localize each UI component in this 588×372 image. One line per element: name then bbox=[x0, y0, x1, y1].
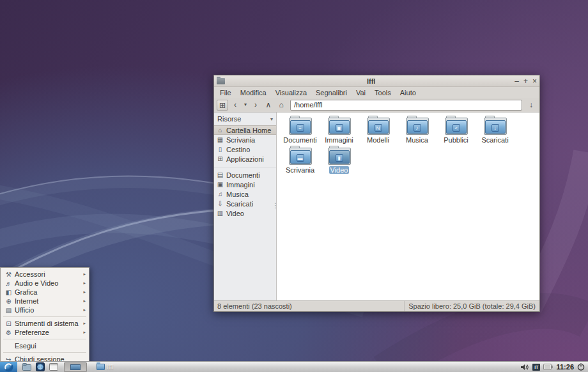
menu-modifica[interactable]: Modifica bbox=[236, 88, 271, 97]
window-icon bbox=[49, 363, 58, 371]
close-button[interactable]: × bbox=[532, 77, 537, 85]
menu-item-internet[interactable]: ⊕ Internet ▸ bbox=[1, 297, 88, 306]
downloads-icon: ⇩ bbox=[216, 200, 224, 207]
menu-item-ufficio[interactable]: ▤ Ufficio ▸ bbox=[1, 306, 88, 314]
menu-item-preferenze[interactable]: ⚙ Preferenze ▸ bbox=[1, 328, 88, 337]
file-documenti[interactable]: ≡ Documenti bbox=[281, 116, 320, 144]
menu-visualizza[interactable]: Visualizza bbox=[271, 88, 311, 97]
history-dropdown-icon[interactable]: ▾ bbox=[242, 100, 249, 111]
file-musica[interactable]: ♪ Musica bbox=[398, 116, 437, 144]
path-input[interactable]: /home/lffl bbox=[290, 100, 522, 111]
file-pubblici[interactable]: < Pubblici bbox=[437, 116, 476, 144]
menu-separator bbox=[3, 352, 86, 353]
desktop-pager[interactable] bbox=[64, 362, 87, 372]
pictures-icon: ▣ bbox=[216, 181, 224, 188]
back-button[interactable]: ‹ bbox=[229, 100, 241, 111]
window-launcher[interactable] bbox=[48, 362, 59, 372]
menu-file[interactable]: File bbox=[215, 88, 236, 97]
documents-icon: ▤ bbox=[216, 171, 224, 178]
download-emblem-icon: ↓ bbox=[491, 124, 499, 132]
menu-aiuto[interactable]: Aiuto bbox=[396, 88, 421, 97]
chevron-down-icon: ▾ bbox=[270, 116, 273, 122]
minimize-button[interactable]: – bbox=[514, 77, 519, 85]
picture-emblem-icon: ▣ bbox=[336, 124, 343, 132]
menu-item-accessori[interactable]: ⚒ Accessori ▸ bbox=[1, 270, 88, 279]
keyboard-layout-indicator[interactable]: IT bbox=[532, 364, 540, 371]
submenu-arrow-icon: ▸ bbox=[83, 307, 86, 313]
applications-icon: ⊞ bbox=[216, 155, 224, 162]
file-manager-launcher[interactable] bbox=[21, 362, 32, 372]
file-label: Modelli bbox=[366, 136, 391, 144]
file-video-selected[interactable]: ▮ Video bbox=[320, 146, 359, 174]
new-tab-button[interactable]: ⊞ bbox=[217, 100, 228, 111]
sidebar-item-label: Immagini bbox=[226, 181, 255, 189]
sidebar-item-immagini[interactable]: ▣ Immagini bbox=[214, 180, 276, 189]
taskbar-window-button-lffl[interactable]: lffl bbox=[93, 362, 117, 372]
menu-item-label: Esegui bbox=[15, 342, 86, 350]
menu-item-label: Grafica bbox=[15, 288, 83, 296]
preferences-gear-icon: ⚙ bbox=[4, 329, 13, 336]
menu-item-esegui[interactable]: Esegui bbox=[1, 341, 88, 350]
file-modelli[interactable]: N Modelli bbox=[359, 116, 398, 144]
window-title: lffl bbox=[228, 77, 514, 85]
sidebar: Risorse ▾ ⌂ Cartella Home ▦ Scrivania ▯ … bbox=[214, 112, 277, 300]
file-label: Video bbox=[329, 166, 350, 174]
file-scaricati[interactable]: ↓ Scaricati bbox=[476, 116, 514, 144]
sidebar-item-scrivania[interactable]: ▦ Scrivania bbox=[214, 135, 276, 144]
menu-tools[interactable]: Tools bbox=[370, 88, 396, 97]
trash-icon: ▯ bbox=[216, 146, 224, 153]
start-menu: ⚒ Accessori ▸ ♬ Audio e Video ▸ ◧ Grafic… bbox=[0, 267, 89, 366]
sidebar-item-scaricati[interactable]: ⇩ Scaricati bbox=[214, 199, 276, 208]
menu-item-label: Internet bbox=[15, 297, 83, 305]
file-manager-icon bbox=[22, 363, 31, 371]
submenu-arrow-icon: ▸ bbox=[83, 321, 86, 326]
start-menu-button[interactable] bbox=[0, 362, 17, 372]
graphics-icon: ◧ bbox=[4, 289, 13, 296]
sidebar-header-label: Risorse bbox=[217, 115, 241, 123]
quick-launch bbox=[21, 362, 59, 372]
scroll-down-icon[interactable]: ↓ bbox=[525, 100, 537, 111]
menu-item-audio-e-video[interactable]: ♬ Audio e Video ▸ bbox=[1, 279, 88, 288]
sidebar-item-cestino[interactable]: ▯ Cestino bbox=[214, 144, 276, 154]
taskbar: lffl IT 11:26 bbox=[0, 361, 588, 372]
window-titlebar[interactable]: lffl – + × bbox=[214, 75, 539, 87]
menubar: File Modifica Visualizza Segnalibri Vai … bbox=[214, 87, 539, 98]
folder-icon: < bbox=[445, 116, 468, 135]
task-button-label: lffl bbox=[107, 363, 114, 371]
file-label: Scaricati bbox=[480, 136, 509, 144]
sidebar-item-video[interactable]: ▥ Video bbox=[214, 208, 276, 218]
file-scrivania[interactable]: ▬ Scrivania bbox=[281, 146, 320, 174]
up-button[interactable]: ∧ bbox=[263, 100, 274, 111]
file-label: Immagini bbox=[323, 136, 355, 144]
menu-vai[interactable]: Vai bbox=[352, 88, 370, 97]
power-icon[interactable] bbox=[577, 363, 585, 371]
lubuntu-logo-icon bbox=[4, 362, 13, 372]
sidebar-item-cartella-home[interactable]: ⌂ Cartella Home bbox=[214, 125, 276, 135]
sidebar-item-applicazioni[interactable]: ⊞ Applicazioni bbox=[214, 154, 276, 164]
file-label: Musica bbox=[405, 136, 429, 144]
menu-item-strumenti-di-sistema[interactable]: ⊡ Strumenti di sistema ▸ bbox=[1, 319, 88, 328]
sidebar-mode-select[interactable]: Risorse ▾ bbox=[214, 112, 276, 125]
folder-icon: ▮ bbox=[328, 146, 351, 165]
menu-item-label: Strumenti di sistema bbox=[15, 320, 83, 327]
pane-splitter-handle[interactable]: ⋮ bbox=[272, 202, 279, 209]
menu-item-grafica[interactable]: ◧ Grafica ▸ bbox=[1, 288, 88, 297]
sidebar-item-documenti[interactable]: ▤ Documenti bbox=[214, 170, 276, 180]
clock[interactable]: 11:26 bbox=[556, 363, 574, 371]
forward-button[interactable]: › bbox=[250, 100, 261, 111]
file-immagini[interactable]: ▣ Immagini bbox=[320, 116, 359, 144]
file-view[interactable]: ≡ Documenti ▣ Immagini N Modelli ♪ Music… bbox=[277, 112, 539, 300]
menu-segnalibri[interactable]: Segnalibri bbox=[311, 88, 352, 97]
sidebar-item-label: Cartella Home bbox=[226, 127, 271, 134]
web-browser-launcher[interactable] bbox=[35, 362, 45, 372]
sidebar-item-musica[interactable]: ♫ Musica bbox=[214, 189, 276, 199]
volume-icon[interactable] bbox=[521, 364, 529, 371]
folder-icon: ▣ bbox=[328, 116, 351, 135]
folder-icon: ▬ bbox=[289, 146, 312, 165]
submenu-arrow-icon: ▸ bbox=[83, 281, 86, 286]
home-button[interactable]: ⌂ bbox=[275, 100, 287, 111]
maximize-button[interactable]: + bbox=[523, 77, 528, 85]
menu-separator bbox=[3, 339, 86, 339]
folder-icon: ↓ bbox=[484, 116, 507, 135]
battery-icon[interactable] bbox=[543, 364, 553, 370]
